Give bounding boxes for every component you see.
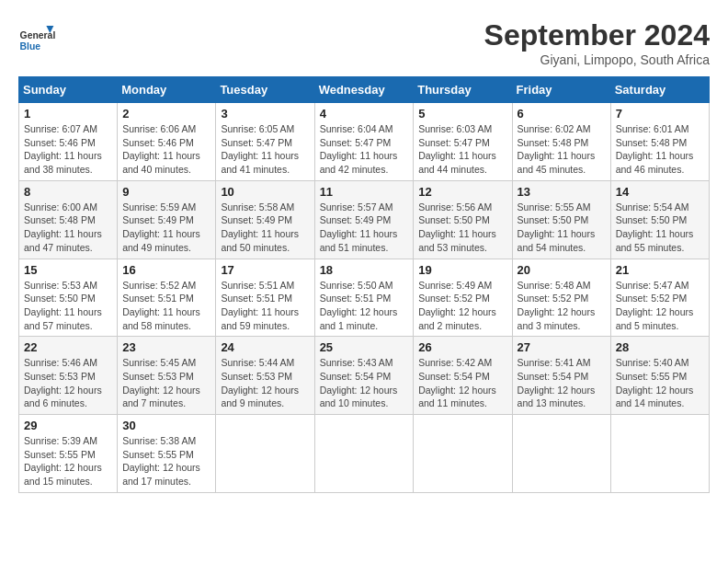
- day-info: Sunrise: 5:54 AMSunset: 5:50 PMDaylight:…: [616, 201, 694, 253]
- day-number: 5: [418, 107, 506, 121]
- calendar-cell: 8 Sunrise: 6:00 AMSunset: 5:48 PMDayligh…: [19, 180, 118, 259]
- calendar-cell: 2 Sunrise: 6:06 AMSunset: 5:46 PMDayligh…: [118, 103, 216, 181]
- day-info: Sunrise: 5:57 AMSunset: 5:49 PMDaylight:…: [320, 201, 398, 253]
- calendar-cell: 12 Sunrise: 5:56 AMSunset: 5:50 PMDaylig…: [414, 180, 512, 259]
- calendar-table: SundayMondayTuesdayWednesdayThursdayFrid…: [18, 76, 710, 493]
- weekday-header-tuesday: Tuesday: [216, 77, 314, 103]
- day-number: 16: [122, 263, 210, 277]
- day-info: Sunrise: 5:55 AMSunset: 5:50 PMDaylight:…: [518, 201, 596, 253]
- weekday-header-sunday: Sunday: [19, 77, 118, 103]
- weekday-header-row: SundayMondayTuesdayWednesdayThursdayFrid…: [19, 77, 710, 103]
- calendar-cell: [414, 415, 512, 493]
- calendar-cell: 22 Sunrise: 5:46 AMSunset: 5:53 PMDaylig…: [19, 337, 118, 415]
- day-info: Sunrise: 5:52 AMSunset: 5:51 PMDaylight:…: [122, 280, 200, 331]
- logo: General Blue: [18, 18, 59, 55]
- day-number: 10: [221, 185, 309, 199]
- day-info: Sunrise: 5:59 AMSunset: 5:49 PMDaylight:…: [122, 201, 200, 253]
- calendar-cell: 6 Sunrise: 6:02 AMSunset: 5:48 PMDayligh…: [512, 103, 610, 181]
- weekday-header-friday: Friday: [512, 77, 610, 103]
- day-number: 19: [418, 263, 506, 277]
- day-info: Sunrise: 5:58 AMSunset: 5:49 PMDaylight:…: [221, 201, 299, 253]
- day-info: Sunrise: 5:45 AMSunset: 5:53 PMDaylight:…: [122, 357, 200, 408]
- day-info: Sunrise: 5:44 AMSunset: 5:53 PMDaylight:…: [221, 357, 299, 408]
- day-number: 25: [320, 340, 409, 354]
- day-info: Sunrise: 5:49 AMSunset: 5:52 PMDaylight:…: [418, 280, 496, 331]
- day-number: 29: [24, 419, 112, 432]
- calendar-cell: 7 Sunrise: 6:01 AMSunset: 5:48 PMDayligh…: [610, 103, 709, 181]
- day-info: Sunrise: 5:41 AMSunset: 5:54 PMDaylight:…: [518, 357, 596, 408]
- calendar-cell: 24 Sunrise: 5:44 AMSunset: 5:53 PMDaylig…: [216, 337, 314, 415]
- calendar-cell: 25 Sunrise: 5:43 AMSunset: 5:54 PMDaylig…: [314, 337, 414, 415]
- day-info: Sunrise: 6:02 AMSunset: 5:48 PMDaylight:…: [518, 123, 596, 175]
- week-row-5: 29 Sunrise: 5:39 AMSunset: 5:55 PMDaylig…: [19, 415, 710, 493]
- day-info: Sunrise: 5:42 AMSunset: 5:54 PMDaylight:…: [418, 357, 496, 408]
- calendar-cell: 17 Sunrise: 5:51 AMSunset: 5:51 PMDaylig…: [216, 259, 314, 337]
- calendar-cell: 23 Sunrise: 5:45 AMSunset: 5:53 PMDaylig…: [118, 337, 216, 415]
- weekday-header-saturday: Saturday: [610, 77, 709, 103]
- day-number: 1: [24, 107, 112, 121]
- day-number: 23: [122, 340, 210, 354]
- calendar-cell: [314, 415, 414, 493]
- title-block: September 2024 Giyani, Limpopo, South Af…: [484, 18, 710, 67]
- day-info: Sunrise: 5:48 AMSunset: 5:52 PMDaylight:…: [518, 280, 596, 331]
- svg-text:Blue: Blue: [20, 41, 41, 52]
- day-number: 15: [24, 263, 112, 277]
- day-info: Sunrise: 6:07 AMSunset: 5:46 PMDaylight:…: [24, 123, 102, 175]
- day-info: Sunrise: 6:06 AMSunset: 5:46 PMDaylight:…: [122, 123, 200, 175]
- day-info: Sunrise: 6:01 AMSunset: 5:48 PMDaylight:…: [616, 123, 694, 175]
- page-header: General Blue September 2024 Giyani, Limp…: [18, 18, 710, 67]
- day-number: 27: [518, 340, 606, 354]
- month-title: September 2024: [484, 18, 710, 52]
- day-info: Sunrise: 5:46 AMSunset: 5:53 PMDaylight:…: [24, 357, 102, 408]
- day-info: Sunrise: 5:56 AMSunset: 5:50 PMDaylight:…: [418, 201, 496, 253]
- calendar-cell: [610, 415, 709, 493]
- week-row-3: 15 Sunrise: 5:53 AMSunset: 5:50 PMDaylig…: [19, 259, 710, 337]
- day-number: 2: [122, 107, 210, 121]
- location: Giyani, Limpopo, South Africa: [484, 52, 710, 67]
- day-info: Sunrise: 5:51 AMSunset: 5:51 PMDaylight:…: [221, 280, 299, 331]
- calendar-cell: 18 Sunrise: 5:50 AMSunset: 5:51 PMDaylig…: [314, 259, 414, 337]
- day-number: 11: [320, 185, 409, 199]
- day-number: 20: [518, 263, 606, 277]
- calendar-cell: 13 Sunrise: 5:55 AMSunset: 5:50 PMDaylig…: [512, 180, 610, 259]
- calendar-cell: 19 Sunrise: 5:49 AMSunset: 5:52 PMDaylig…: [414, 259, 512, 337]
- day-number: 13: [518, 185, 606, 199]
- day-info: Sunrise: 5:38 AMSunset: 5:55 PMDaylight:…: [122, 435, 200, 487]
- calendar-cell: 15 Sunrise: 5:53 AMSunset: 5:50 PMDaylig…: [19, 259, 118, 337]
- week-row-2: 8 Sunrise: 6:00 AMSunset: 5:48 PMDayligh…: [19, 180, 710, 259]
- day-number: 26: [418, 340, 506, 354]
- calendar-cell: 26 Sunrise: 5:42 AMSunset: 5:54 PMDaylig…: [414, 337, 512, 415]
- calendar-cell: [216, 415, 314, 493]
- day-info: Sunrise: 6:00 AMSunset: 5:48 PMDaylight:…: [24, 201, 102, 253]
- calendar-cell: 11 Sunrise: 5:57 AMSunset: 5:49 PMDaylig…: [314, 180, 414, 259]
- calendar-cell: 29 Sunrise: 5:39 AMSunset: 5:55 PMDaylig…: [19, 415, 118, 493]
- weekday-header-thursday: Thursday: [414, 77, 512, 103]
- calendar-cell: 30 Sunrise: 5:38 AMSunset: 5:55 PMDaylig…: [118, 415, 216, 493]
- calendar-cell: 10 Sunrise: 5:58 AMSunset: 5:49 PMDaylig…: [216, 180, 314, 259]
- week-row-1: 1 Sunrise: 6:07 AMSunset: 5:46 PMDayligh…: [19, 103, 710, 181]
- calendar-cell: 9 Sunrise: 5:59 AMSunset: 5:49 PMDayligh…: [118, 180, 216, 259]
- day-number: 6: [518, 107, 606, 121]
- day-number: 18: [320, 263, 409, 277]
- day-number: 17: [221, 263, 309, 277]
- logo-icon: General Blue: [18, 18, 55, 55]
- calendar-cell: 16 Sunrise: 5:52 AMSunset: 5:51 PMDaylig…: [118, 259, 216, 337]
- day-info: Sunrise: 5:40 AMSunset: 5:55 PMDaylight:…: [616, 357, 694, 408]
- day-info: Sunrise: 5:39 AMSunset: 5:55 PMDaylight:…: [24, 435, 102, 487]
- day-info: Sunrise: 5:50 AMSunset: 5:51 PMDaylight:…: [320, 280, 398, 331]
- day-number: 24: [221, 340, 309, 354]
- weekday-header-wednesday: Wednesday: [314, 77, 414, 103]
- day-number: 4: [320, 107, 409, 121]
- calendar-cell: 1 Sunrise: 6:07 AMSunset: 5:46 PMDayligh…: [19, 103, 118, 181]
- weekday-header-monday: Monday: [118, 77, 216, 103]
- day-number: 14: [616, 185, 704, 199]
- day-info: Sunrise: 6:03 AMSunset: 5:47 PMDaylight:…: [418, 123, 496, 175]
- calendar-cell: 20 Sunrise: 5:48 AMSunset: 5:52 PMDaylig…: [512, 259, 610, 337]
- day-number: 28: [616, 340, 704, 354]
- day-number: 21: [616, 263, 704, 277]
- calendar-cell: 14 Sunrise: 5:54 AMSunset: 5:50 PMDaylig…: [610, 180, 709, 259]
- calendar-cell: 4 Sunrise: 6:04 AMSunset: 5:47 PMDayligh…: [314, 103, 414, 181]
- day-info: Sunrise: 5:43 AMSunset: 5:54 PMDaylight:…: [320, 357, 398, 408]
- day-number: 12: [418, 185, 506, 199]
- calendar-cell: 21 Sunrise: 5:47 AMSunset: 5:52 PMDaylig…: [610, 259, 709, 337]
